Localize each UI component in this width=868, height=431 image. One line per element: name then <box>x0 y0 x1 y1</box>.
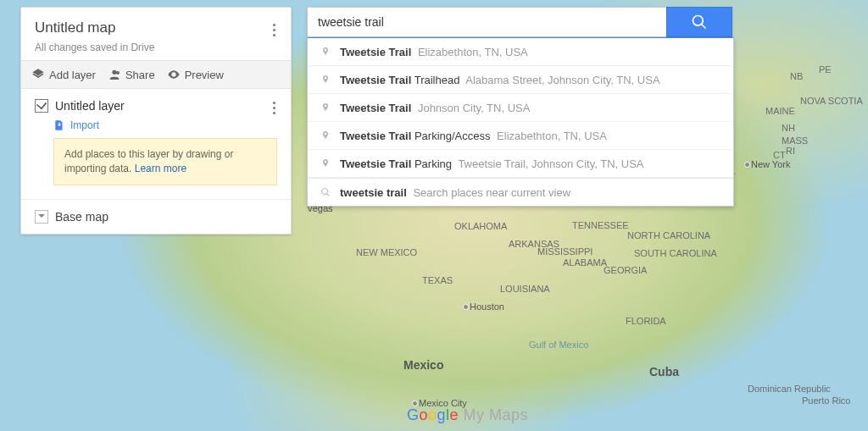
share-label: Share <box>125 69 155 81</box>
suggestion-main: Tweetsie Trail <box>340 74 411 86</box>
eye-icon <box>167 68 181 81</box>
suggestion-main: Tweetsie Trail <box>340 102 411 114</box>
suggestion-item[interactable]: Tweetsie Trail Trailhead Alabama Street,… <box>308 66 733 94</box>
suggestion-item[interactable]: Tweetsie Trail Johnson City, TN, USA <box>308 94 733 122</box>
layer-block: Untitled layer Import Add places to this… <box>21 89 291 200</box>
learn-more-link[interactable]: Learn more <box>135 163 186 174</box>
panel-menu-button[interactable] <box>264 19 284 40</box>
suggestion-location: Alabama Street, Johnson City, TN, USA <box>463 74 659 86</box>
suggestion-item[interactable]: Tweetsie Trail Parking Tweetsie Trail, J… <box>308 150 733 178</box>
suggestion-item[interactable]: Tweetsie Trail Parking/Access Elizabetht… <box>308 122 733 150</box>
base-map-label: Base map <box>55 210 108 224</box>
map-title[interactable]: Untitled map <box>35 19 277 36</box>
suggestion-item[interactable]: tweetsie trail Search places near curren… <box>308 178 733 206</box>
base-map-row[interactable]: Base map <box>21 200 291 234</box>
pin-icon <box>320 45 331 58</box>
suggestion-location: Johnson City, TN, USA <box>415 102 530 114</box>
suggestion-main: tweetsie trail <box>340 186 407 199</box>
add-layer-label: Add layer <box>49 69 96 81</box>
kebab-icon <box>273 107 275 109</box>
suggestion-extra: Trailhead <box>411 74 459 86</box>
search-icon <box>691 14 708 30</box>
preview-button[interactable]: Preview <box>167 68 224 81</box>
import-label: Import <box>70 119 99 131</box>
search-icon <box>320 185 331 199</box>
search-button[interactable] <box>666 7 732 37</box>
pin-icon <box>320 129 331 142</box>
suggestion-item[interactable]: Tweetsie Trail Elizabethton, TN, USA <box>308 38 733 66</box>
suggestion-location: Elizabethton, TN, USA <box>415 46 527 58</box>
import-link[interactable]: Import <box>53 119 277 131</box>
layer-hint: Add places to this layer by drawing or i… <box>53 138 277 185</box>
city-dot <box>412 401 418 406</box>
add-layer-button[interactable]: Add layer <box>31 68 96 81</box>
share-button[interactable]: Share <box>108 68 155 81</box>
layer-visibility-checkbox[interactable] <box>35 99 48 113</box>
suggestion-location: Search places near current view <box>410 186 570 199</box>
search-input[interactable] <box>307 7 666 37</box>
search-suggestions: Tweetsie Trail Elizabethton, TN, USATwee… <box>307 37 734 207</box>
suggestion-main: Tweetsie Trail <box>340 130 411 142</box>
city-dot <box>463 304 469 310</box>
layer-row[interactable]: Untitled layer <box>35 99 277 113</box>
layer-name: Untitled layer <box>55 99 125 113</box>
save-status: All changes saved in Drive <box>35 41 277 53</box>
share-icon <box>108 68 121 81</box>
pin-icon <box>320 73 331 86</box>
suggestion-extra: Parking <box>411 157 452 170</box>
city-dot <box>744 162 750 168</box>
map-side-panel: Untitled map All changes saved in Drive … <box>20 7 292 235</box>
pin-icon <box>320 157 331 170</box>
import-icon <box>53 119 65 131</box>
layers-icon <box>31 68 45 81</box>
panel-toolbar: Add layer Share Preview <box>21 60 291 89</box>
suggestion-main: Tweetsie Trail <box>340 46 411 58</box>
suggestion-location: Elizabethton, TN, USA <box>494 130 607 142</box>
kebab-icon <box>273 29 275 31</box>
suggestion-main: Tweetsie Trail <box>340 157 411 170</box>
pin-icon <box>320 101 331 114</box>
suggestion-extra: Parking/Access <box>411 130 490 142</box>
suggestion-location: Tweetsie Trail, Johnson City, TN, USA <box>455 157 644 170</box>
chevron-down-icon <box>35 210 48 224</box>
search-bar <box>307 7 732 37</box>
layer-menu-button[interactable] <box>264 97 284 118</box>
preview-label: Preview <box>185 69 224 81</box>
